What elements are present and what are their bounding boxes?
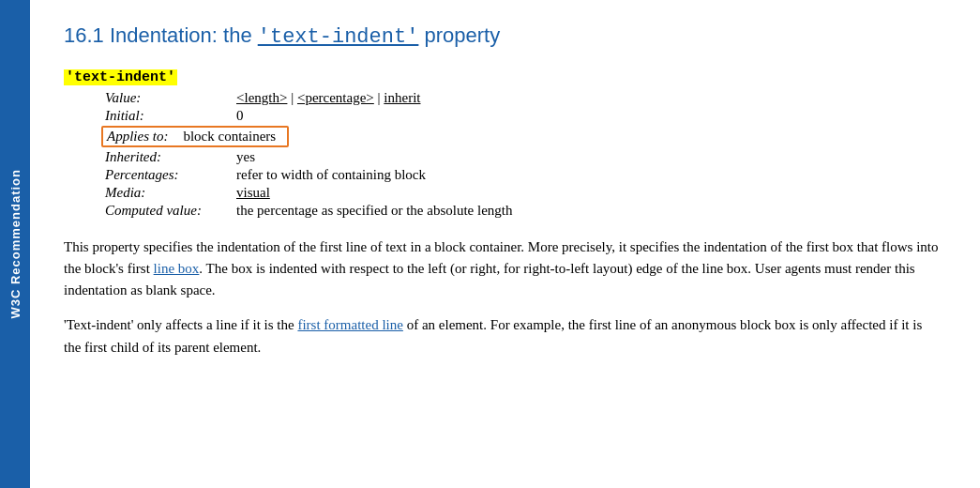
row-value: refer to width of containing block — [233, 166, 516, 184]
table-row: Media: visual — [101, 184, 516, 202]
visual-link[interactable]: visual — [236, 185, 270, 200]
applies-label: Applies to: — [103, 128, 175, 145]
row-label: Inherited: — [101, 148, 233, 166]
title-suffix: property — [418, 23, 500, 47]
row-value: <length> | <percentage> | inherit — [233, 89, 516, 107]
page-title: 16.1 Indentation: the 'text-indent' prop… — [64, 23, 942, 52]
row-value: yes — [233, 148, 516, 166]
applies-value: block containers — [175, 128, 287, 145]
row-label: Initial: — [101, 107, 233, 125]
title-code: 'text-indent' — [258, 25, 419, 49]
row-label: Computed value: — [101, 202, 233, 220]
main-content: 16.1 Indentation: the 'text-indent' prop… — [30, 0, 980, 488]
table-row: Initial: 0 — [101, 107, 516, 125]
row-label: Value: — [101, 89, 233, 107]
row-value: 0 — [233, 107, 516, 125]
table-row: Inherited: yes — [101, 148, 516, 166]
applies-to-row: Applies to: block containers — [101, 125, 516, 148]
row-value: visual — [233, 184, 516, 202]
row-label: Media: — [101, 184, 233, 202]
para2-prefix: 'Text-indent' only affects a line if it … — [64, 317, 297, 332]
description-para1: This property specifies the indentation … — [64, 236, 942, 302]
table-row: Percentages: refer to width of containin… — [101, 166, 516, 184]
sidebar: W3C Recommendation — [0, 0, 30, 488]
property-section: 'text-indent' Value: <length> | <percent… — [64, 69, 942, 220]
applies-highlight-box: Applies to: block containers — [101, 126, 289, 147]
table-row: Computed value: the percentage as specif… — [101, 202, 516, 220]
property-name: 'text-indent' — [64, 69, 177, 85]
sidebar-label: W3C Recommendation — [8, 169, 23, 319]
inherit-link[interactable]: inherit — [384, 90, 420, 105]
length-link[interactable]: <length> — [236, 90, 287, 105]
percentage-link[interactable]: <percentage> — [297, 90, 374, 105]
row-label: Percentages: — [101, 166, 233, 184]
line-box-link[interactable]: line box — [154, 261, 200, 276]
description-para2: 'Text-indent' only affects a line if it … — [64, 314, 942, 358]
property-table: Value: <length> | <percentage> | inherit… — [101, 89, 516, 220]
title-prefix: 16.1 Indentation: the — [64, 23, 258, 47]
first-formatted-line-link[interactable]: first formatted line — [297, 317, 402, 332]
table-row: Value: <length> | <percentage> | inherit — [101, 89, 516, 107]
separator: | — [291, 90, 297, 105]
row-value: the percentage as specified or the absol… — [233, 202, 516, 220]
